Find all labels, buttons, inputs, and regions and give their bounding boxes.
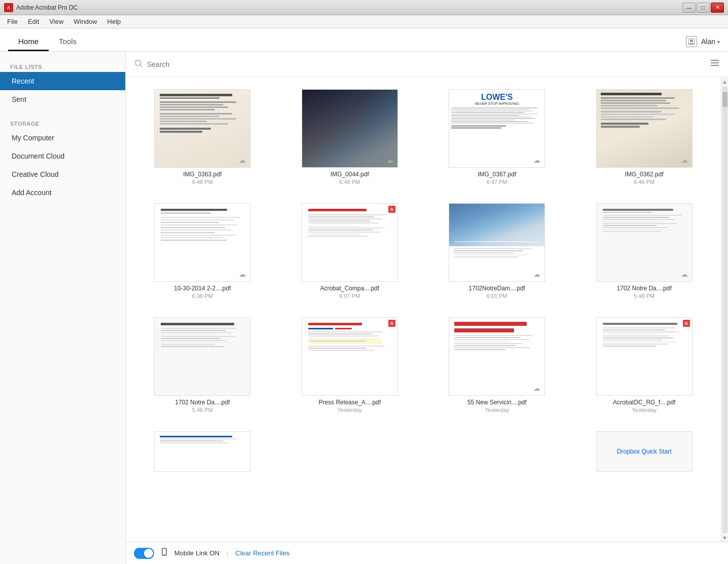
- sidebar-item-sent[interactable]: Sent: [0, 90, 125, 108]
- clear-recent-files-link[interactable]: Clear Recent Files: [235, 549, 289, 557]
- file-item[interactable]: ☁ IMG_0044.pdf 6:48 PM: [281, 85, 419, 189]
- search-input-wrap: [134, 59, 710, 70]
- sidebar-item-creative-cloud[interactable]: Creative Cloud: [0, 165, 125, 183]
- cloud-icon: ☁: [239, 270, 246, 278]
- svg-line-6: [140, 65, 142, 67]
- file-item[interactable]: ☁ IMG_0363.pdf 6:48 PM: [134, 85, 271, 189]
- mobile-link-icon: [159, 547, 169, 559]
- svg-point-5: [135, 60, 141, 65]
- file-thumbnail: ☁: [449, 317, 545, 396]
- file-time: 5:46 PM: [192, 407, 213, 413]
- file-item[interactable]: 1702 Notre Da....pdf 5:46 PM: [134, 313, 271, 417]
- sidebar-section-file-lists: FILE LISTS: [0, 60, 125, 72]
- view-toggle-button[interactable]: [710, 58, 720, 70]
- file-thumbnail: ☁: [449, 203, 545, 282]
- file-item[interactable]: ☁ IMG_0362.pdf 6:46 PM: [576, 85, 713, 189]
- tab-bar-right: Alan ▾: [686, 36, 720, 51]
- scroll-up-button[interactable]: ▲: [721, 78, 728, 86]
- file-item[interactable]: [134, 427, 271, 476]
- file-item[interactable]: LOWE'S NEVER STOP IMPROVING: [428, 85, 566, 189]
- tab-home[interactable]: Home: [8, 32, 49, 51]
- file-item[interactable]: A AcrobatDC_RG_f....pdf Yesterday: [576, 313, 713, 417]
- menu-view[interactable]: View: [44, 16, 68, 27]
- file-name: IMG_0362.pdf: [625, 171, 664, 178]
- cloud-icon: ☁: [533, 156, 540, 164]
- main-layout: FILE LISTS Recent Sent STORAGE My Comput…: [0, 52, 728, 564]
- file-grid: ☁ IMG_0363.pdf 6:48 PM ☁ IMG_0: [134, 85, 713, 486]
- file-name: 10-30-2014 2-2....pdf: [174, 285, 231, 292]
- menu-file[interactable]: File: [2, 16, 23, 27]
- file-item-dropbox[interactable]: Dropbox Quick Start: [576, 427, 713, 476]
- minimize-button[interactable]: —: [682, 3, 696, 13]
- file-time: 6:46 PM: [634, 179, 654, 185]
- scrollbar-thumb[interactable]: [722, 92, 727, 107]
- menu-window[interactable]: Window: [68, 16, 102, 27]
- file-thumbnail: A: [302, 317, 398, 396]
- cloud-icon: ☁: [533, 270, 540, 278]
- app-title: Adobe Acrobat Pro DC: [16, 4, 78, 11]
- menu-help[interactable]: Help: [102, 16, 126, 27]
- file-thumbnail: ☁: [154, 89, 250, 168]
- acrobat-icon: A: [683, 320, 690, 327]
- file-name: Acrobat_Compa....pdf: [320, 285, 379, 292]
- sidebar-section-storage: STORAGE: [0, 117, 125, 129]
- svg-rect-8: [711, 62, 719, 63]
- title-bar: A Adobe Acrobat Pro DC — □ ✕: [0, 0, 728, 15]
- file-time: Yesterday: [632, 407, 657, 413]
- window-controls: — □ ✕: [682, 3, 724, 13]
- file-item[interactable]: ☁ 55 New Servicin....pdf Yesterday: [428, 313, 566, 417]
- user-name: Alan: [701, 37, 715, 46]
- file-name: IMG_0044.pdf: [331, 171, 369, 178]
- scrollbar-track[interactable]: [722, 87, 727, 533]
- svg-text:A: A: [7, 5, 11, 10]
- file-name: 55 New Servicin....pdf: [467, 399, 527, 406]
- file-item[interactable]: ☁ 1702 Notre Da....pdf 5:48 PM: [576, 199, 713, 303]
- restore-button[interactable]: □: [697, 3, 710, 13]
- file-item[interactable]: ☁ 1702NotreDam....pdf 6:01 PM: [428, 199, 566, 303]
- file-name: IMG_0363.pdf: [183, 171, 222, 178]
- file-time: 6:48 PM: [192, 179, 213, 185]
- file-thumbnail: [154, 317, 250, 396]
- sidebar-item-my-computer[interactable]: My Computer: [0, 129, 125, 147]
- file-thumbnail: A: [302, 203, 398, 282]
- file-item[interactable]: ☁ 10-30-2014 2-2....pdf 6:38 PM: [134, 199, 271, 303]
- tab-tools[interactable]: Tools: [49, 32, 87, 51]
- sidebar-item-recent[interactable]: Recent: [0, 72, 125, 90]
- menu-edit[interactable]: Edit: [23, 16, 44, 27]
- file-name: 1702 Notre Da....pdf: [175, 399, 230, 406]
- sidebar-item-add-account[interactable]: Add Account: [0, 183, 125, 202]
- file-time: Yesterday: [485, 407, 509, 413]
- file-item[interactable]: A Acrobat_Compa....pdf 6:07 PM: [281, 199, 419, 303]
- cloud-icon: ☁: [681, 156, 688, 164]
- user-menu[interactable]: Alan ▾: [701, 37, 720, 46]
- bottom-bar: Mobile Link ON | Clear Recent Files: [126, 542, 728, 564]
- cloud-icon: ☁: [239, 156, 246, 164]
- file-name: AcrobatDC_RG_f....pdf: [613, 399, 675, 406]
- file-thumbnail: LOWE'S NEVER STOP IMPROVING: [449, 89, 545, 168]
- menu-bar: File Edit View Window Help: [0, 15, 728, 28]
- close-button[interactable]: ✕: [711, 3, 724, 13]
- user-icon: [686, 36, 697, 47]
- separator: |: [227, 549, 228, 557]
- file-thumbnail: ☁: [596, 203, 693, 282]
- mobile-link-toggle[interactable]: [134, 548, 154, 559]
- cloud-icon: ☁: [533, 384, 540, 392]
- search-bar: [126, 52, 728, 77]
- toggle-thumb: [144, 549, 153, 558]
- cloud-icon: ☁: [681, 270, 688, 278]
- mobile-link-label: Mobile Link ON: [174, 549, 220, 557]
- search-input[interactable]: [147, 60, 710, 68]
- scrollbar: ▲ ▼: [721, 77, 728, 542]
- file-time: 6:01 PM: [487, 293, 507, 299]
- svg-rect-9: [711, 65, 719, 66]
- search-icon: [134, 59, 143, 70]
- sidebar-item-document-cloud[interactable]: Document Cloud: [0, 147, 125, 165]
- file-time: 6:38 PM: [192, 293, 213, 299]
- svg-point-11: [164, 554, 165, 555]
- file-name: 1702 Notre Da....pdf: [617, 285, 672, 292]
- scroll-down-button[interactable]: ▼: [721, 534, 728, 542]
- file-thumbnail: ☁: [596, 89, 693, 168]
- acrobat-icon: A: [388, 206, 395, 213]
- file-time: 6:48 PM: [339, 179, 360, 185]
- file-item[interactable]: A Press Release_A....pdf Yesterday: [281, 313, 419, 417]
